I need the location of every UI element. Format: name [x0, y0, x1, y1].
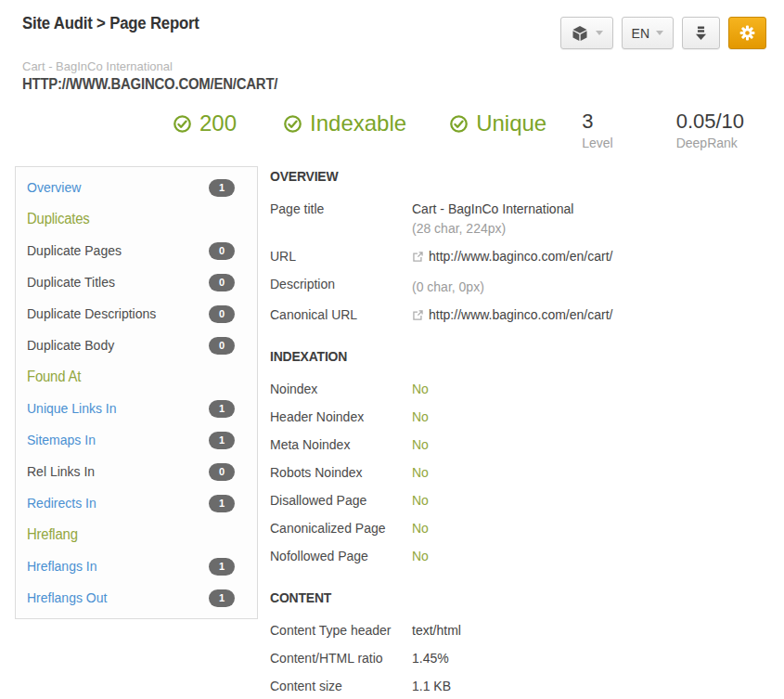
sidebar-item-duplicate-body: Duplicate Body0	[16, 330, 257, 361]
sidebar-item-duplicate-titles: Duplicate Titles0	[16, 266, 257, 298]
row-value: No	[412, 548, 429, 564]
row-value: Cart - BagInCo International(28 char, 22…	[412, 201, 573, 237]
sidebar-section-duplicates: Duplicates	[16, 203, 257, 235]
row-value-text: No	[412, 492, 429, 509]
count-badge: 0	[209, 274, 235, 291]
content-area: Overview1DuplicatesDuplicate Pages0Dupli…	[15, 166, 784, 699]
gear-icon	[739, 24, 756, 42]
row-label: Content/HTML ratio	[270, 650, 412, 667]
page-subtitle: Cart - BagInCo International HTTP://WWW.…	[0, 49, 784, 93]
sidebar-item-label: Unique Links In	[27, 401, 117, 416]
row-label: Page title	[270, 201, 412, 217]
check-circle-icon	[283, 114, 302, 134]
report-row-robots-noindex: Robots NoindexNo	[270, 464, 784, 481]
report-row-canonical-url: Canonical URLhttp://www.baginco.com/en/c…	[270, 306, 784, 323]
scope-dropdown-button[interactable]	[560, 17, 613, 49]
row-value: No	[412, 408, 429, 425]
row-label: Robots Noindex	[270, 464, 412, 481]
page-title-text: Site Audit > Page Report	[22, 14, 199, 33]
chevron-down-icon	[596, 31, 603, 35]
external-url-link[interactable]: http://www.baginco.com/en/cart/	[429, 248, 612, 265]
count-badge: 0	[209, 242, 235, 260]
row-value-text: No	[412, 408, 429, 425]
row-label: Header Noindex	[270, 408, 412, 425]
row-value: http://www.baginco.com/en/cart/	[412, 306, 612, 323]
row-value-text: No	[412, 548, 429, 564]
row-value: No	[412, 436, 429, 453]
section-indexation: INDEXATIONNoindexNoHeader NoindexNoMeta …	[270, 348, 784, 564]
row-value: (0 char, 0px)	[412, 276, 484, 295]
row-value-text: text/html	[412, 622, 461, 639]
report-row-content-size: Content size1.1 KB	[270, 678, 784, 694]
sidebar-item-duplicate-pages: Duplicate Pages0	[16, 235, 257, 266]
sidebar-item-label: Duplicate Pages	[27, 243, 122, 258]
sidebar-item-label: Overview	[27, 180, 81, 195]
download-button[interactable]	[682, 17, 720, 49]
count-badge: 1	[209, 400, 235, 418]
section-title: CONTENT	[270, 589, 331, 605]
report-row-canonicalized-page: Canonicalized PageNo	[270, 520, 784, 537]
status-label: Unique	[476, 111, 546, 136]
metric-value: 3	[582, 111, 612, 132]
external-url-link[interactable]: http://www.baginco.com/en/cart/	[429, 306, 612, 323]
row-value: http://www.baginco.com/en/cart/	[412, 248, 612, 265]
sidebar-item-hreflangs-in[interactable]: Hreflangs In1	[16, 550, 257, 582]
report-row-disallowed-page: Disallowed PageNo	[270, 492, 784, 509]
section-overview: OVERVIEWPage titleCart - BagInCo Interna…	[270, 168, 784, 323]
settings-button[interactable]	[728, 17, 766, 49]
metric-level: 3 Level	[582, 111, 612, 149]
status-badge-unique: Unique	[449, 111, 546, 136]
row-note: (28 char, 224px)	[412, 220, 573, 237]
count-badge: 1	[209, 589, 235, 607]
metric-label: DeepRank	[676, 136, 744, 149]
sidebar-item-label: Redirects In	[27, 496, 96, 511]
sidebar-item-hreflangs-out[interactable]: Hreflangs Out1	[16, 582, 257, 614]
report-row-header-noindex: Header NoindexNo	[270, 408, 784, 425]
report-row-meta-noindex: Meta NoindexNo	[270, 436, 784, 453]
top-bar: Site Audit > Page Report EN	[0, 0, 784, 49]
sidebar-item-label: Sitemaps In	[27, 433, 96, 447]
sidebar-item-label: Hreflangs In	[27, 559, 96, 574]
report-row-noindex: NoindexNo	[270, 381, 784, 397]
count-badge: 0	[209, 463, 235, 481]
row-label: Canonical URL	[270, 306, 412, 323]
report-row-content-type-header: Content Type headertext/html	[270, 622, 784, 639]
row-label: URL	[270, 248, 412, 265]
language-dropdown-button[interactable]: EN	[622, 17, 674, 49]
sidebar-item-unique-links-in[interactable]: Unique Links In1	[16, 393, 257, 424]
row-value-text: 1.1 KB	[412, 678, 451, 694]
sidebar-item-label: Duplicate Titles	[27, 275, 115, 290]
report-row-nofollowed-page: Nofollowed PageNo	[270, 548, 784, 564]
sidebar-item-rel-links-in: Rel Links In0	[16, 456, 257, 487]
row-label: Description	[270, 276, 412, 292]
row-value: No	[412, 492, 429, 509]
status-label: Indexable	[310, 111, 406, 136]
row-value-text: Cart - BagInCo International	[412, 201, 573, 217]
row-label: Disallowed Page	[270, 492, 412, 509]
page-title: Site Audit > Page Report	[22, 12, 212, 33]
sidebar-item-label: Duplicate Descriptions	[27, 306, 156, 321]
sidebar-item-overview[interactable]: Overview1	[16, 172, 257, 203]
report-row-page-title: Page titleCart - BagInCo International(2…	[270, 201, 784, 237]
sidebar-item-duplicate-descriptions: Duplicate Descriptions0	[16, 298, 257, 330]
language-label: EN	[632, 26, 649, 41]
sidebar-section-label: Hreflang	[27, 526, 78, 543]
row-label: Noindex	[270, 381, 412, 397]
count-badge: 1	[209, 179, 235, 197]
toolbar: EN	[560, 17, 766, 49]
row-value: 1.45%	[412, 650, 449, 667]
check-circle-icon	[449, 114, 469, 134]
sidebar-item-redirects-in[interactable]: Redirects In1	[16, 487, 257, 519]
row-value-text: No	[412, 464, 429, 481]
sidebar-item-sitemaps-in[interactable]: Sitemaps In1	[16, 424, 257, 456]
row-value: text/html	[412, 622, 461, 639]
row-value: No	[412, 464, 429, 481]
row-note: (0 char, 0px)	[412, 278, 484, 295]
cube-icon	[571, 24, 589, 43]
count-badge: 1	[209, 558, 235, 576]
count-badge: 0	[209, 337, 235, 355]
section-title: OVERVIEW	[270, 168, 338, 184]
count-badge: 0	[209, 305, 235, 323]
sidebar-item-label: Rel Links In	[27, 464, 95, 479]
sidebar-nav: Overview1DuplicatesDuplicate Pages0Dupli…	[15, 166, 258, 619]
